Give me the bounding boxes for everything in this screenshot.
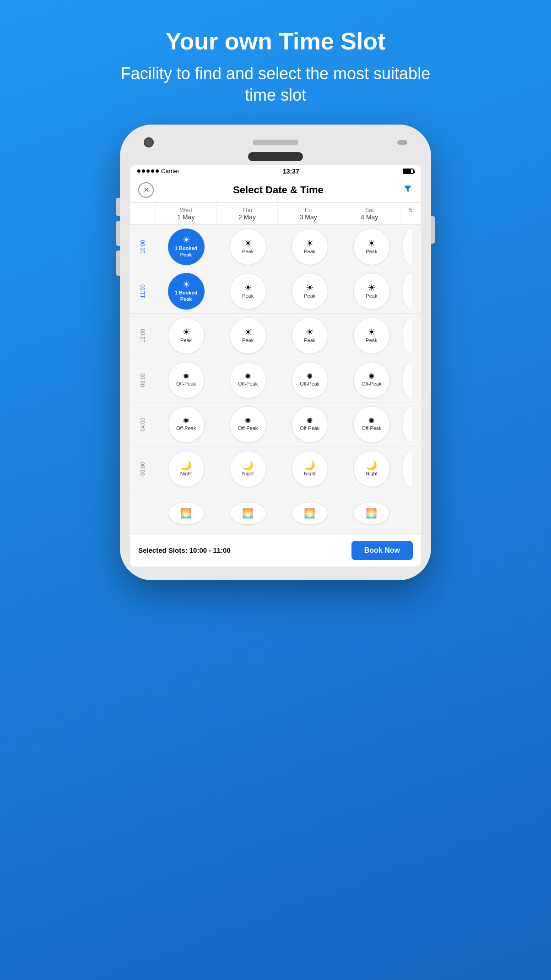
time-row-1200: 12:00 ☀ Peak ☀ Peak ☀ Peak: [130, 314, 421, 358]
partial-circle: [402, 273, 421, 310]
slot-cell-1100-wed[interactable]: ☀ 1 BookedPeak: [155, 273, 217, 310]
sun-icon: ☀: [367, 283, 376, 292]
slot-0600-fri[interactable]: 🌙 Night: [292, 451, 328, 487]
slot-cell-1000-wed[interactable]: ☀ 1 BookedPeak: [155, 229, 217, 265]
slot-1100-thu[interactable]: ☀ Peak: [230, 273, 266, 310]
carrier-name: Carrier: [161, 168, 179, 174]
slot-cell-sunrise-thu[interactable]: 🌅: [217, 502, 279, 525]
slot-0300-thu[interactable]: ✺ Off-Peak: [230, 362, 266, 398]
slot-cell-0600-fri[interactable]: 🌙 Night: [279, 451, 340, 487]
slot-cell-0600-thu[interactable]: 🌙 Night: [217, 451, 279, 487]
slot-0300-sat[interactable]: ✺ Off-Peak: [353, 362, 390, 398]
status-time: 13:37: [283, 168, 299, 175]
moon-icon: 🌙: [304, 461, 315, 470]
sun-icon: ☀: [244, 327, 252, 337]
signal-dot-1: [137, 169, 140, 173]
power-button: [431, 216, 435, 244]
hero-title: Your own Time Slot: [166, 27, 386, 55]
slot-booked-1000-wed[interactable]: ☀ 1 BookedPeak: [168, 229, 205, 265]
slot-sunrise-sat[interactable]: 🌅: [353, 502, 390, 525]
slot-1200-wed[interactable]: ☀ Peak: [168, 317, 205, 354]
slot-cell-sunrise-wed[interactable]: 🌅: [155, 502, 217, 525]
sun-icon: ☀: [182, 327, 190, 337]
slot-cell-0300-fri[interactable]: ✺ Off-Peak: [279, 362, 340, 398]
slot-cell-1100-thu[interactable]: ☀ Peak: [217, 273, 279, 310]
hero-subtitle: Facility to find and select the most sui…: [115, 63, 436, 106]
slot-0600-thu[interactable]: 🌙 Night: [230, 451, 266, 487]
slot-cell-1100-sat[interactable]: ☀ Peak: [340, 273, 402, 310]
sunrise-icon: 🌅: [366, 509, 377, 518]
slot-cell-1000-fri[interactable]: ☀ Peak: [279, 229, 340, 265]
slot-cell-0300-wed[interactable]: ✺ Off-Peak: [155, 362, 217, 398]
day-header-wed: Wed 1 May: [155, 203, 216, 224]
slot-1000-fri[interactable]: ☀ Peak: [292, 229, 328, 265]
signal-dots: [137, 169, 159, 173]
slot-1000-sat[interactable]: ☀ Peak: [353, 229, 390, 265]
selected-slots-label: Selected Slots: 10:00 - 11:00: [138, 546, 231, 554]
slot-cell-1200-fri[interactable]: ☀ Peak: [279, 317, 340, 354]
slot-cell-1000-sat[interactable]: ☀ Peak: [340, 229, 402, 265]
slot-cell-1000-thu[interactable]: ☀ Peak: [217, 229, 279, 265]
slot-cell-1200-wed[interactable]: ☀ Peak: [155, 317, 217, 354]
offpeak-icon: ✺: [307, 373, 313, 380]
time-row-1100: 11:00 ☀ 1 BookedPeak ☀ Peak ☀: [130, 269, 421, 314]
slot-0300-wed[interactable]: ✺ Off-Peak: [168, 362, 205, 398]
slot-0400-sat[interactable]: ✺ Off-Peak: [353, 406, 390, 443]
slot-cell-sunrise-fri[interactable]: 🌅: [279, 502, 340, 525]
phone-top: [130, 137, 421, 147]
slot-1100-sat[interactable]: ☀ Peak: [353, 273, 390, 310]
sunrise-icon: 🌅: [180, 509, 192, 518]
slot-cell-0400-thu[interactable]: ✺ Off-Peak: [217, 406, 279, 443]
time-row-sunrise: 🌅 🌅 🌅 🌅: [130, 491, 421, 534]
slot-cell-1100-fri[interactable]: ☀ Peak: [279, 273, 340, 310]
sun-icon: ☀: [367, 327, 376, 337]
day-header-sat: Sat 4 May: [339, 203, 400, 224]
footer-bar: Selected Slots: 10:00 - 11:00 Book Now: [130, 534, 421, 566]
slot-0600-wed[interactable]: 🌙 Night: [168, 451, 205, 487]
sun-icon: ☀: [182, 235, 190, 245]
slot-0300-fri[interactable]: ✺ Off-Peak: [292, 362, 328, 398]
slot-sunrise-wed[interactable]: 🌅: [168, 502, 205, 525]
time-row-0600: 06:00 🌙 Night 🌙 Night 🌙 N: [130, 447, 421, 491]
slot-1000-thu[interactable]: ☀ Peak: [230, 229, 266, 265]
slot-cell-1200-sat[interactable]: ☀ Peak: [340, 317, 402, 354]
svg-marker-0: [404, 185, 412, 192]
sun-icon: ☀: [244, 239, 252, 248]
slot-cell-0600-wed[interactable]: 🌙 Night: [155, 451, 217, 487]
slot-cell-0600-sat[interactable]: 🌙 Night: [340, 451, 402, 487]
close-button[interactable]: ✕: [138, 182, 154, 198]
slot-cell-sunrise-sat[interactable]: 🌅: [340, 502, 402, 525]
time-label-1200: 12:00: [130, 317, 155, 354]
slot-cell-0300-thu[interactable]: ✺ Off-Peak: [217, 362, 279, 398]
time-row-0400: 04:00 ✺ Off-Peak ✺ Off-Peak ✺: [130, 403, 421, 447]
time-row-1000: 10:00 ☀ 1 BookedPeak ☀ Peak ☀: [130, 225, 421, 269]
slot-1200-sat[interactable]: ☀ Peak: [353, 317, 390, 354]
partial-circle: [402, 406, 421, 443]
sun-icon: ☀: [244, 283, 252, 292]
slot-0600-sat[interactable]: 🌙 Night: [353, 451, 390, 487]
slot-cell-0400-wed[interactable]: ✺ Off-Peak: [155, 406, 217, 443]
battery-icon: [403, 169, 414, 174]
slot-1200-fri[interactable]: ☀ Peak: [292, 317, 328, 354]
slot-0400-wed[interactable]: ✺ Off-Peak: [168, 406, 205, 443]
slot-1200-thu[interactable]: ☀ Peak: [230, 317, 266, 354]
day-header-partial: 5: [400, 203, 421, 224]
slot-booked-1100-wed[interactable]: ☀ 1 BookedPeak: [168, 273, 205, 310]
filter-button[interactable]: [403, 184, 413, 196]
slot-1100-fri[interactable]: ☀ Peak: [292, 273, 328, 310]
slot-cell-0400-sat[interactable]: ✺ Off-Peak: [340, 406, 402, 443]
slot-0400-fri[interactable]: ✺ Off-Peak: [292, 406, 328, 443]
sun-icon: ☀: [306, 283, 314, 292]
slot-0400-thu[interactable]: ✺ Off-Peak: [230, 406, 266, 443]
slot-cell-0600-partial: [402, 451, 421, 487]
slot-cell-1100-partial: [402, 273, 421, 310]
moon-icon: 🌙: [366, 461, 377, 470]
slot-cell-0400-fri[interactable]: ✺ Off-Peak: [279, 406, 340, 443]
slot-sunrise-thu[interactable]: 🌅: [230, 502, 266, 525]
book-now-button[interactable]: Book Now: [351, 541, 413, 560]
calendar-container: Wed 1 May Thu 2 May Fri 3 May Sat 4 May …: [130, 203, 421, 534]
moon-icon: 🌙: [242, 461, 254, 470]
slot-sunrise-fri[interactable]: 🌅: [292, 502, 328, 525]
slot-cell-0300-sat[interactable]: ✺ Off-Peak: [340, 362, 402, 398]
slot-cell-1200-thu[interactable]: ☀ Peak: [217, 317, 279, 354]
